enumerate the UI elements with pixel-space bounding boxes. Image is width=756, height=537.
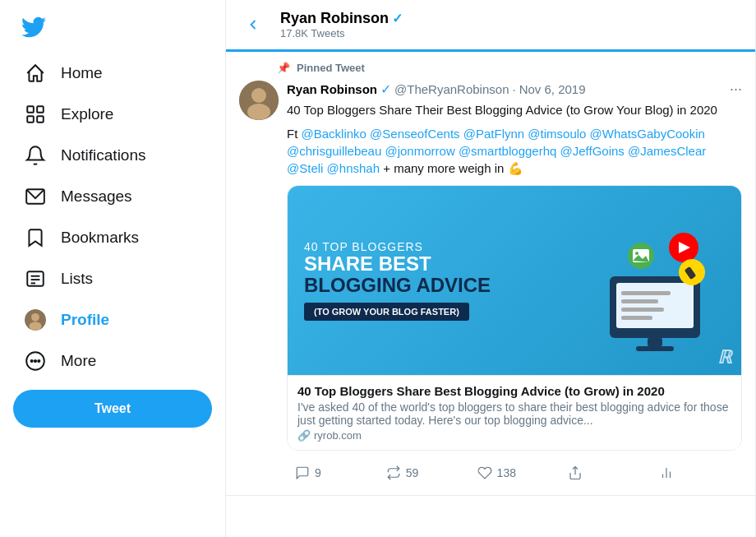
svg-rect-24	[621, 316, 652, 320]
link-url: 🔗 ryrob.com	[297, 429, 731, 442]
svg-point-18	[247, 104, 270, 120]
bookmarks-label: Bookmarks	[61, 229, 139, 247]
profile-label: Profile	[61, 311, 109, 329]
main-content: Ryan Robinson ✓ 17.8K Tweets 📌 Pinned Tw…	[226, 0, 756, 537]
tweet-card: 📌 Pinned Tweet Ryan Robinson ✓ @TheRyanR…	[226, 52, 755, 496]
tweet-more-button[interactable]: ···	[730, 81, 742, 98]
svg-rect-3	[37, 116, 44, 123]
mention-smartbloggerhq[interactable]: @smartbloggerhq	[459, 144, 556, 158]
notifications-icon	[25, 145, 46, 166]
retweet-count: 59	[406, 466, 419, 479]
tweet-count: 17.8K Tweets	[280, 27, 403, 39]
verified-badge: ✓	[392, 11, 403, 26]
sidebar-item-home[interactable]: Home	[13, 54, 212, 92]
home-label: Home	[61, 64, 103, 82]
svg-rect-21	[621, 291, 671, 295]
tweet-body-title: 40 Top Bloggers Share Their Best Bloggin…	[287, 101, 742, 118]
tweet-body-mentions: Ft @Backlinko @SenseofCents @PatFlynn @t…	[287, 125, 742, 177]
more-icon	[25, 350, 46, 372]
mention-chrisguillebeau[interactable]: @chrisguillebeau	[287, 144, 381, 158]
more-label: More	[61, 352, 96, 370]
svg-rect-23	[621, 308, 664, 312]
sidebar-item-bookmarks[interactable]: Bookmarks	[13, 219, 212, 257]
svg-rect-0	[27, 106, 34, 113]
sidebar-item-more[interactable]: More	[13, 342, 212, 380]
svg-point-14	[35, 360, 36, 362]
mention-jonmorrow[interactable]: @jonmorrow	[385, 144, 454, 158]
tweet-date-value: Nov 6, 2019	[519, 82, 586, 96]
tweet-image[interactable]: 40 Top Bloggers SHARE BEST BLOGGING ADVI…	[287, 185, 742, 451]
tweet-link-preview[interactable]: 40 Top Bloggers Share Best Blogging Advi…	[288, 375, 741, 450]
share-button[interactable]	[560, 461, 651, 485]
link-desc: I've asked 40 of the world's top blogger…	[297, 400, 731, 427]
mention-timsoulo[interactable]: @timsoulo	[528, 127, 586, 141]
profile-name: Ryan Robinson ✓	[280, 10, 403, 27]
svg-rect-1	[37, 106, 44, 113]
link-title: 40 Top Bloggers Share Best Blogging Advi…	[297, 384, 731, 398]
reply-button[interactable]: 9	[287, 461, 378, 485]
messages-icon	[25, 186, 46, 207]
svg-point-15	[38, 360, 39, 362]
tweet-meta: Ryan Robinson ✓ @TheRyanRobinson · Nov 6…	[287, 81, 742, 485]
home-icon	[25, 62, 46, 84]
tweet-user-info: Ryan Robinson ✓ @TheRyanRobinson · Nov 6…	[287, 81, 586, 97]
mention-hnshah[interactable]: @hnshah	[327, 161, 380, 175]
tweet-author-avatar[interactable]	[239, 81, 279, 120]
notifications-label: Notifications	[61, 146, 146, 164]
svg-rect-2	[27, 116, 34, 123]
profile-header-info: Ryan Robinson ✓ 17.8K Tweets	[280, 10, 403, 39]
mention-patflynn[interactable]: @PatFlynn	[463, 127, 524, 141]
mention-steli[interactable]: @Steli	[287, 161, 323, 175]
r-logo: ℝ	[717, 347, 731, 368]
tweet-image-graphic: 40 Top Bloggers SHARE BEST BLOGGING ADVI…	[288, 186, 741, 375]
svg-rect-26	[636, 346, 674, 351]
mention-whatsgabycookin[interactable]: @WhatsGabyCookin	[590, 127, 705, 141]
twitter-logo[interactable]	[13, 7, 54, 48]
svg-point-13	[31, 360, 33, 362]
explore-label: Explore	[61, 105, 113, 123]
blog-image-icons	[585, 202, 717, 359]
mention-jamesclear[interactable]: @JamesClear	[628, 144, 706, 158]
svg-point-11	[29, 322, 41, 331]
sidebar-item-explore[interactable]: Explore	[13, 95, 212, 133]
pin-icon: 📌	[277, 62, 290, 74]
sidebar-item-notifications[interactable]: Notifications	[13, 137, 212, 174]
lists-label: Lists	[61, 270, 93, 288]
analytics-button[interactable]	[651, 461, 742, 485]
blog-img-subtitle2: (TO GROW YOUR BLOG FASTER)	[304, 303, 469, 321]
mention-backlinko[interactable]: @Backlinko	[302, 127, 366, 141]
like-count: 138	[497, 466, 516, 479]
like-button[interactable]: 138	[469, 461, 560, 485]
profile-avatar-icon	[25, 309, 46, 331]
sidebar: Home Explore Notifications Messages Book…	[0, 0, 226, 537]
sidebar-item-messages[interactable]: Messages	[13, 178, 212, 215]
svg-point-17	[251, 88, 266, 103]
retweet-button[interactable]: 59	[378, 461, 469, 485]
tweet-button[interactable]: Tweet	[13, 390, 212, 428]
tweet-user-line: Ryan Robinson ✓ @TheRyanRobinson · Nov 6…	[287, 81, 742, 98]
pinned-label: 📌 Pinned Tweet	[277, 62, 742, 74]
explore-icon	[25, 104, 46, 125]
tweet-author-name[interactable]: Ryan Robinson	[287, 82, 377, 96]
mention-senseofcents[interactable]: @SenseofCents	[370, 127, 459, 141]
svg-rect-25	[648, 338, 662, 346]
svg-point-10	[31, 313, 39, 322]
svg-rect-22	[621, 299, 658, 303]
profile-header: Ryan Robinson ✓ 17.8K Tweets	[226, 0, 755, 52]
sidebar-item-profile[interactable]: Profile	[13, 301, 212, 339]
svg-rect-20	[616, 283, 694, 328]
svg-point-31	[635, 252, 638, 255]
tweet-verified-badge: ✓	[380, 81, 391, 97]
tweet-header: Ryan Robinson ✓ @TheRyanRobinson · Nov 6…	[239, 81, 742, 485]
back-button[interactable]	[239, 11, 267, 39]
messages-label: Messages	[61, 187, 132, 206]
link-icon: 🔗	[297, 429, 311, 442]
sidebar-item-lists[interactable]: Lists	[13, 260, 212, 298]
tweet-date: ·	[512, 82, 515, 96]
bookmarks-icon	[25, 227, 46, 248]
tweet-author-handle[interactable]: @TheRyanRobinson	[394, 82, 509, 96]
reply-count: 9	[315, 466, 321, 479]
tweet-actions: 9 59 138	[287, 461, 742, 485]
lists-icon	[25, 268, 46, 289]
mention-jeffgoins[interactable]: @JeffGoins	[560, 144, 625, 158]
